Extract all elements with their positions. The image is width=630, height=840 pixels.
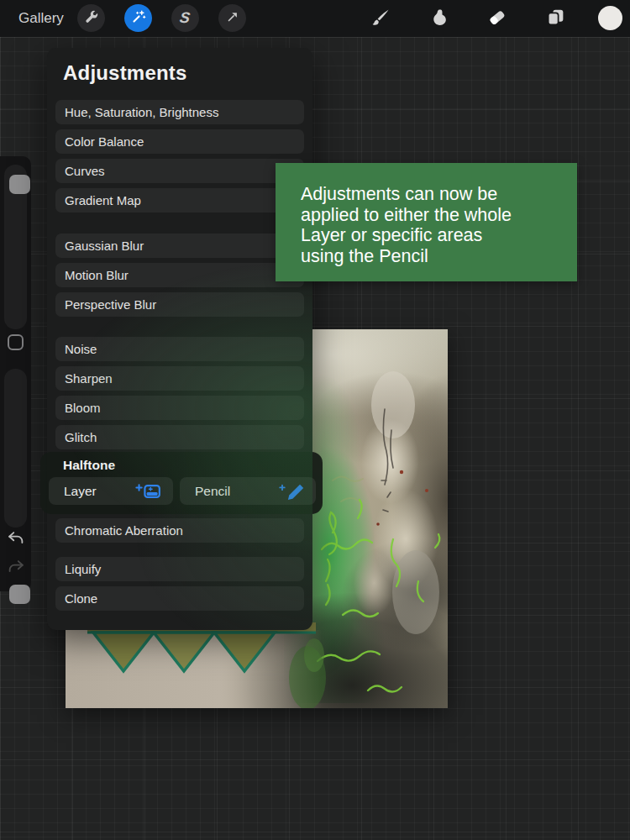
menu-item-gaussian-blur[interactable]: Gaussian Blur: [55, 234, 304, 258]
transform-button[interactable]: [218, 4, 246, 32]
menu-item-label: Motion Blur: [55, 263, 304, 287]
adjustments-button[interactable]: [124, 4, 152, 32]
halftone-layer-button[interactable]: Layer: [49, 477, 173, 505]
menu-item-curves[interactable]: Curves: [55, 159, 304, 183]
menu-item-glitch[interactable]: Glitch: [55, 425, 304, 449]
menu-item-label: Chromatic Aberration: [55, 518, 304, 543]
menu-item-hue-saturation-brightness[interactable]: Hue, Saturation, Brightness: [55, 100, 304, 124]
procreate-app: Gallery S: [0, 0, 630, 840]
menu-item-perspective-blur[interactable]: Perspective Blur: [55, 292, 304, 317]
actions-button[interactable]: [77, 4, 105, 32]
undo-icon: [6, 529, 26, 550]
menu-item-label: Bloom: [55, 396, 304, 420]
menu-item-color-balance[interactable]: Color Balance: [55, 129, 304, 154]
tooltip-line: Layer or specific areas: [301, 225, 577, 246]
smudge-icon: [428, 7, 449, 30]
layers-button[interactable]: [544, 8, 566, 29]
eraser-button[interactable]: [486, 8, 507, 29]
tooltip-line: using the Pencil: [301, 246, 577, 267]
undo-button[interactable]: [5, 529, 27, 549]
menu-item-noise[interactable]: Noise: [55, 337, 304, 361]
add-layer-icon: [134, 482, 163, 501]
magic-wand-icon: [130, 8, 147, 28]
brush-size-handle[interactable]: [9, 175, 30, 194]
wrench-icon: [83, 9, 99, 28]
menu-item-sharpen[interactable]: Sharpen: [55, 366, 304, 391]
transform-arrow-icon: [225, 9, 240, 27]
tooltip-line: Adjustments can now be: [301, 184, 577, 205]
redo-icon: [6, 558, 26, 579]
sidebar: [0, 156, 31, 591]
menu-item-label: Hue, Saturation, Brightness: [55, 100, 304, 124]
brush-size-slider[interactable]: [4, 165, 27, 329]
menu-item-label: Noise: [55, 337, 304, 361]
opacity-slider[interactable]: [4, 369, 27, 528]
menu-item-label: Perspective Blur: [55, 292, 304, 317]
menu-item-bloom[interactable]: Bloom: [55, 396, 304, 420]
selection-button[interactable]: S: [171, 4, 199, 32]
eraser-icon: [486, 7, 507, 30]
adjustments-panel: Adjustments Hue, Saturation, Brightness …: [47, 48, 312, 630]
menu-item-liquify[interactable]: Liquify: [55, 557, 304, 581]
menu-item-gradient-map[interactable]: Gradient Map: [55, 188, 304, 213]
gallery-button[interactable]: Gallery: [18, 0, 64, 37]
menu-item-label: Gaussian Blur: [55, 234, 304, 258]
annotation-tooltip: Adjustments can now be applied to either…: [276, 163, 577, 281]
panel-title: Adjustments: [63, 61, 187, 85]
redo-button[interactable]: [5, 558, 27, 578]
menu-item-label: Sharpen: [55, 366, 304, 391]
menu-item-halftone-expanded: Halftone Layer Pencil: [40, 452, 323, 514]
menu-item-label: Color Balance: [55, 129, 304, 154]
layers-icon: [545, 7, 566, 30]
pencil-plus-icon: [277, 482, 306, 501]
brush-button[interactable]: [370, 8, 391, 29]
modify-button[interactable]: [8, 334, 24, 350]
opacity-handle[interactable]: [9, 585, 30, 604]
top-toolbar: Gallery S: [0, 0, 630, 37]
menu-item-motion-blur[interactable]: Motion Blur: [55, 263, 304, 287]
pencil-option-label: Pencil: [180, 484, 277, 499]
selection-icon: S: [179, 9, 192, 27]
tooltip-line: applied to either the whole: [301, 205, 577, 226]
layer-option-label: Layer: [49, 484, 134, 499]
menu-item-halftone[interactable]: Halftone: [63, 458, 115, 473]
smudge-button[interactable]: [428, 8, 449, 29]
menu-item-label: Curves: [55, 159, 304, 183]
menu-item-label: Liquify: [55, 557, 304, 581]
menu-item-label: Gradient Map: [55, 188, 304, 213]
menu-item-label: Glitch: [55, 425, 304, 449]
color-swatch[interactable]: [598, 6, 622, 30]
brush-icon: [370, 7, 391, 31]
menu-item-label: Clone: [55, 586, 304, 611]
menu-item-chromatic-aberration[interactable]: Chromatic Aberration: [55, 518, 304, 543]
menu-item-clone[interactable]: Clone: [55, 586, 304, 611]
halftone-pencil-button[interactable]: Pencil: [180, 477, 316, 505]
